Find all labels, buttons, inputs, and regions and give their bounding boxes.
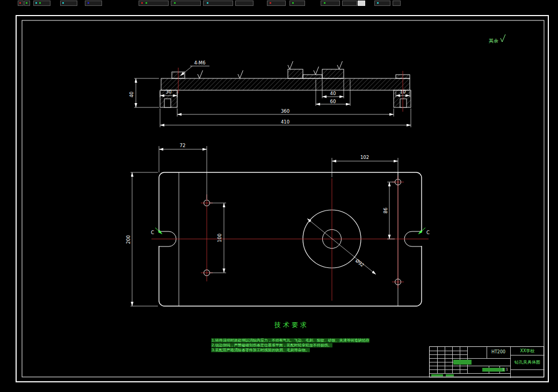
dim-mid-upper: 40 (330, 91, 336, 96)
dim-right-lip: 10 (400, 89, 406, 95)
dim-mid-lower: 60 (330, 99, 336, 104)
title-block-grid-line (467, 358, 510, 359)
tech-requirements-title: 技术要求 (211, 321, 372, 330)
section-dim-labels: 4-M6 40 30 10 40 60 360 410 (129, 60, 405, 125)
thread-callout: 4-M6 (194, 60, 205, 66)
title-block-grid-line (430, 358, 467, 359)
title-block-grid-line (430, 351, 467, 351)
dim-span-outer: 410 (281, 119, 289, 125)
roughness-check-icon (288, 61, 293, 69)
title-block-highlight (431, 374, 443, 376)
dim-bore-diameter: Ø92 (354, 258, 365, 268)
dim-left-hole-pitch: 100 (217, 234, 222, 242)
plan-dim-labels: 72 102 100 86 200 Ø92 C C (126, 143, 430, 268)
roughness-check-icon (198, 70, 203, 78)
dim-overall-width: 200 (126, 235, 131, 244)
title-block-grid-line (430, 369, 467, 370)
roughness-check-icon (501, 34, 505, 42)
dim-left-foot: 30 (166, 89, 172, 95)
technical-requirements: 技术要求 1.铸件须经时效处理以消除内应力，不得有气孔、飞边、毛刺、裂纹、砂眼、… (211, 321, 372, 353)
roughness-check-icon (337, 61, 343, 69)
title-block-grid-line (452, 347, 453, 373)
title-block-grid-line (445, 347, 445, 373)
dim-span-inner: 360 (281, 108, 289, 114)
section-mark-left: C (151, 230, 154, 235)
roughness-check-icon (314, 67, 319, 75)
title-block: HT200 XX学校 钻孔夹具体图 1:1 (429, 346, 544, 378)
plan-centerlines (151, 176, 429, 301)
dim-right-hole-to-center: 86 (383, 208, 388, 214)
section-cut-arrows (155, 228, 425, 234)
cad-application-window: 其余 (0, 0, 558, 392)
dim-right-hole-offset: 102 (360, 155, 369, 160)
tech-requirement-item-3: 3.装配前严格清除各零件加工时残留的铁屑、毛刺等杂物。 (211, 348, 310, 352)
title-block-grid-line (510, 355, 545, 355)
plan-view (157, 172, 423, 306)
section-mark-right: C (426, 230, 430, 235)
title-block-grid-line (430, 373, 510, 374)
school-cell: XX学校 (510, 348, 545, 354)
surface-finish-note: 其余 (489, 34, 505, 43)
title-block-grid-line (510, 369, 545, 370)
title-block-grid-line (430, 366, 467, 366)
section-view (160, 61, 411, 107)
scale-cell: 1:1 (500, 367, 510, 372)
title-block-grid-line (437, 347, 438, 373)
title-block-grid-line (430, 354, 467, 355)
surface-note-text: 其余 (489, 38, 498, 43)
title-block-highlight (453, 360, 472, 365)
dim-left-height: 40 (129, 92, 134, 98)
tech-requirement-item-2: 2.锐边倒钝，严禁磕碰划伤各定位基准平面，装配时轻拿轻放不得损伤。 (211, 343, 332, 347)
dim-left-hole-offset: 72 (180, 143, 186, 148)
roughness-check-icon (238, 70, 243, 78)
title-block-highlight (446, 374, 454, 376)
material-cell: HT200 (487, 350, 510, 354)
drawing-name-cell: 钻孔夹具体图 (510, 359, 545, 365)
